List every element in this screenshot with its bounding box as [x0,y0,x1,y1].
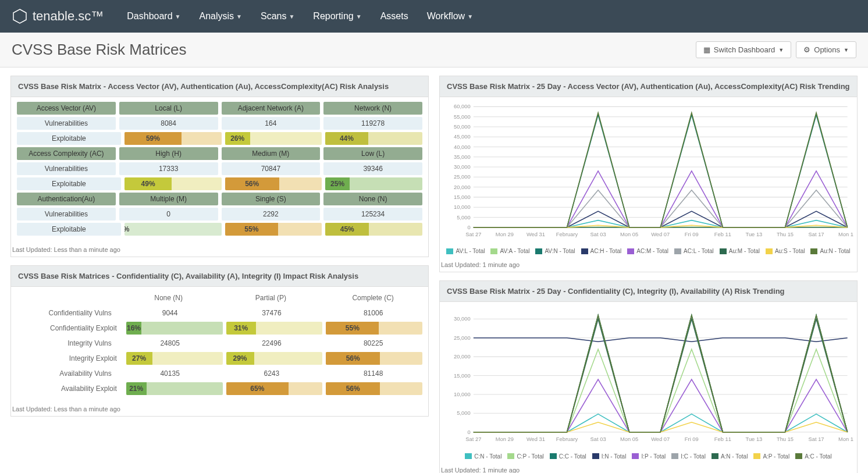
svg-text:Feb 11: Feb 11 [714,437,731,443]
svg-text:February: February [556,232,578,237]
legend-item[interactable]: I:C - Total [671,453,706,460]
svg-text:55,000: 55,000 [454,114,471,120]
nav-assets[interactable]: Assets [380,11,408,22]
matrix-bar[interactable]: 31% [226,322,323,335]
trend-chart[interactable]: 05,00010,00015,00020,00025,00030,00035,0… [443,101,853,239]
legend-item[interactable]: AV:N - Total [535,248,575,254]
svg-marker-0 [13,9,26,23]
column-header: Complete (C) [323,291,422,304]
matrix-value[interactable]: 6243 [223,367,321,380]
matrix-value[interactable]: 125234 [323,208,422,221]
legend-item[interactable]: AV:A - Total [490,248,529,254]
matrix-value[interactable]: 8084 [119,117,218,130]
matrix-header: Access Complexity (AC) [17,147,116,160]
svg-text:15,000: 15,000 [454,373,471,379]
matrix-bar[interactable]: 59% [124,132,222,145]
trend-chart[interactable]: 05,00010,00015,00020,00025,00030,000Sat … [443,305,853,444]
matrix-bar[interactable]: 45% [325,223,422,236]
matrix-bar[interactable]: 56% [225,177,322,190]
svg-text:Sat 17: Sat 17 [809,232,824,237]
matrix-bar[interactable]: 56% [326,352,422,365]
caret-down-icon: ▼ [175,13,181,20]
legend-item[interactable]: I:N - Total [592,453,627,460]
row-label: Vulnerabilities [17,208,116,221]
matrix-value[interactable]: 24805 [121,337,219,350]
legend-item[interactable]: Au:M - Total [720,248,760,254]
nav-analysis[interactable]: Analysis▼ [199,11,241,22]
matrix-bar[interactable]: 56% [326,382,422,395]
matrix-bar[interactable]: 0% [124,223,222,236]
matrix-value[interactable]: 2292 [222,208,321,221]
matrix-bar[interactable]: 44% [325,132,422,145]
matrix-value[interactable]: 164 [222,117,321,130]
svg-text:Wed 31: Wed 31 [527,232,545,237]
svg-text:February: February [556,437,578,443]
svg-text:30,000: 30,000 [454,316,471,322]
matrix-value[interactable]: 22496 [223,337,321,350]
panel-chart-1: CVSS Base Risk Matrix - 25 Day - Confide… [439,280,858,473]
legend-item[interactable]: AV:L - Total [446,248,485,254]
svg-text:Mon 05: Mon 05 [620,232,638,237]
matrix-value[interactable]: 81006 [324,307,422,319]
matrix-header: None (N) [323,193,422,205]
matrix-bar[interactable]: 26% [225,132,322,145]
matrix-value[interactable]: 70847 [222,162,321,175]
nav-dashboard[interactable]: Dashboard▼ [127,11,180,22]
legend-item[interactable]: I:P - Total [632,453,666,460]
matrix-value[interactable]: 40135 [121,367,219,380]
matrix-bar[interactable]: 21% [126,382,223,395]
svg-text:Fri 09: Fri 09 [685,437,699,443]
legend-item[interactable]: Au:N - Total [810,248,850,254]
options-button[interactable]: ⚙Options▼ [796,41,856,58]
legend-item[interactable]: AC:H - Total [581,248,622,254]
matrix-bar[interactable]: 29% [226,352,323,365]
switch-dashboard-button[interactable]: ▦Switch Dashboard▼ [696,41,791,58]
legend-item[interactable]: A:C - Total [795,453,832,460]
matrix-bar[interactable]: 65% [226,382,323,395]
matrix-value[interactable]: 0 [119,208,218,221]
matrix-bar[interactable]: 49% [124,177,222,190]
brand-text: tenable.sc™ [33,9,104,24]
brand-logo[interactable]: tenable.sc™ [12,8,104,24]
matrix-value[interactable]: 119278 [323,117,422,130]
matrix-value[interactable]: 81148 [324,367,422,380]
svg-text:Sat 17: Sat 17 [809,437,824,443]
matrix-value[interactable]: 37476 [223,307,321,319]
matrix-header: High (H) [119,147,218,160]
legend-item[interactable]: C:P - Total [507,453,543,460]
matrix-header: Single (S) [222,193,321,205]
legend-item[interactable]: AC:L - Total [674,248,714,254]
row-label: Exploitable [17,223,121,236]
row-label: Availability Vulns [17,367,118,380]
column-header: Partial (P) [222,291,321,304]
matrix-value[interactable]: 39346 [323,162,422,175]
legend-item[interactable]: Au:S - Total [766,248,805,254]
row-label: Confidentiality Exploit [17,322,123,335]
panel-impact-risk-analysis: CVSS Base Risk Matrices - Confidentialit… [10,265,429,417]
row-label: Exploitable [17,177,121,190]
matrix-bar[interactable]: 16% [126,322,223,335]
row-label: Integrity Exploit [17,352,123,365]
legend-item[interactable]: C:N - Total [465,453,501,460]
nav-scans[interactable]: Scans▼ [261,11,294,22]
matrix-bar[interactable]: 27% [126,352,223,365]
svg-text:60,000: 60,000 [454,104,471,109]
legend-item[interactable]: C:C - Total [550,453,586,460]
matrix-bar[interactable]: 25% [325,177,422,190]
svg-text:Wed 07: Wed 07 [651,232,670,237]
matrix-bar[interactable]: 55% [225,223,322,236]
matrix-value[interactable]: 9044 [121,307,219,319]
matrix-bar[interactable]: 55% [326,322,422,335]
svg-text:Fri 09: Fri 09 [685,232,699,237]
legend-item[interactable]: A:N - Total [712,453,748,460]
matrix-value[interactable]: 80225 [324,337,422,350]
matrix-value[interactable]: 17333 [119,162,218,175]
svg-text:Mon 05: Mon 05 [620,437,638,443]
caret-down-icon: ▼ [778,47,784,53]
row-label: Confidentiality Vulns [17,307,118,319]
nav-workflow[interactable]: Workflow▼ [427,11,473,22]
legend-item[interactable]: A:P - Total [753,453,789,460]
nav-reporting[interactable]: Reporting▼ [313,11,361,22]
legend-item[interactable]: AC:M - Total [627,248,668,254]
svg-text:10,000: 10,000 [454,204,471,210]
